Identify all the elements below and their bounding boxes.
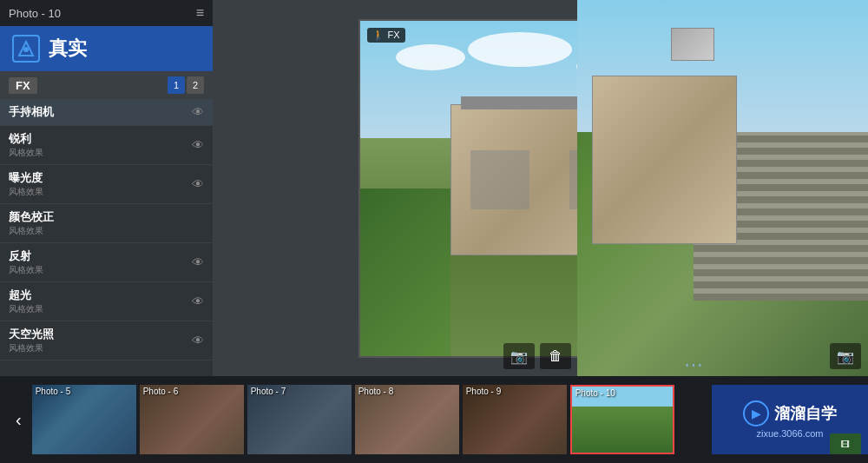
scroll-indicator: ⋯ bbox=[684, 354, 703, 376]
eye-icon-sharp[interactable]: 👁 bbox=[192, 138, 204, 152]
svg-point-1 bbox=[23, 47, 29, 52]
thumbnail-photo5[interactable]: Photo - 5 bbox=[32, 385, 136, 454]
film-icon-right[interactable]: 🎞 bbox=[830, 433, 861, 454]
fx-viewport-badge: 🚶 FX bbox=[367, 28, 405, 43]
panel-title: Photo - 10 bbox=[9, 7, 61, 20]
watermark-play-icon: ▶ bbox=[743, 400, 769, 427]
camera-icon: 📷 bbox=[510, 348, 528, 365]
effect-reflect-sub: 风格效果 bbox=[9, 264, 43, 276]
fx-label: FX bbox=[9, 77, 37, 94]
effect-sharp-name: 锐利 bbox=[9, 131, 43, 147]
thumbnail-photo8[interactable]: Photo - 8 bbox=[355, 385, 459, 454]
thumbnail-photo10[interactable]: Photo - 10 bbox=[570, 385, 674, 454]
effect-item-bloom[interactable]: 超光 风格效果 👁 bbox=[0, 282, 213, 321]
fx-tab-2[interactable]: 2 bbox=[187, 76, 204, 94]
fx-tabs: 1 2 bbox=[168, 76, 204, 94]
right-scene-inner bbox=[577, 0, 868, 376]
thumbnail-photo6[interactable]: Photo - 6 bbox=[140, 385, 244, 454]
fx-badge-text: FX bbox=[388, 30, 400, 40]
panel-header: Photo - 10 ≡ bbox=[0, 0, 213, 26]
mode-section[interactable]: 真实 bbox=[0, 26, 213, 71]
fx-header: FX 1 2 bbox=[0, 71, 213, 99]
menu-icon[interactable]: ≡ bbox=[196, 5, 204, 21]
effect-handheld-left: 手持相机 bbox=[9, 104, 54, 120]
effect-colorfix-name: 颜色校正 bbox=[9, 209, 54, 225]
eye-icon-skylight[interactable]: 👁 bbox=[192, 334, 204, 347]
effect-bloom-sub: 风格效果 bbox=[9, 303, 43, 315]
eye-icon-reflect[interactable]: 👁 bbox=[192, 255, 204, 269]
effect-exposure-left: 曝光度 风格效果 bbox=[9, 170, 43, 198]
watermark-brand: 溜溜自学 bbox=[774, 403, 837, 424]
eye-icon-handheld[interactable]: 👁 bbox=[192, 105, 204, 119]
mode-label: 真实 bbox=[49, 36, 87, 62]
camera-right-icon: 📷 bbox=[837, 348, 854, 365]
thumbnail-photo7[interactable]: Photo - 7 bbox=[247, 385, 352, 454]
effect-sharp-left: 锐利 风格效果 bbox=[9, 131, 43, 159]
thumb6-label: Photo - 6 bbox=[143, 387, 179, 396]
effect-skylight-sub: 风格效果 bbox=[9, 342, 54, 354]
thumb10-label: Photo - 10 bbox=[575, 388, 615, 398]
right-scene bbox=[577, 0, 868, 376]
fx-badge-walker: 🚶 bbox=[372, 30, 385, 41]
trash-toolbar-button[interactable]: 🗑 bbox=[540, 343, 571, 369]
camera-toolbar-button[interactable]: 📷 bbox=[503, 343, 535, 369]
effect-bloom-name: 超光 bbox=[9, 288, 43, 303]
effect-item-sharp[interactable]: 锐利 风格效果 👁 bbox=[0, 126, 213, 165]
effect-reflect-name: 反射 bbox=[9, 248, 43, 264]
effect-exposure-sub: 风格效果 bbox=[9, 186, 43, 198]
scroll-dots: ⋯ bbox=[684, 354, 703, 375]
film-icon: 🎞 bbox=[841, 440, 850, 449]
viewport-minimap bbox=[671, 28, 714, 61]
trash-icon: 🗑 bbox=[549, 348, 562, 364]
effect-exposure-name: 曝光度 bbox=[9, 170, 43, 186]
thumb5-label: Photo - 5 bbox=[36, 387, 71, 396]
fx-tab-1[interactable]: 1 bbox=[168, 76, 185, 94]
grass-left bbox=[360, 189, 450, 356]
effect-item-colorfix[interactable]: 颜色校正 风格效果 bbox=[0, 204, 213, 243]
eye-icon-bloom[interactable]: 👁 bbox=[192, 294, 204, 308]
thumbnail-photo9[interactable]: Photo - 9 bbox=[463, 385, 567, 454]
effect-colorfix-left: 颜色校正 风格效果 bbox=[9, 209, 54, 237]
effect-sharp-sub: 风格效果 bbox=[9, 147, 43, 159]
effect-item-handheld[interactable]: 手持相机 👁 bbox=[0, 99, 213, 126]
effect-skylight-left: 天空光照 风格效果 bbox=[9, 327, 54, 354]
effect-reflect-left: 反射 风格效果 bbox=[9, 248, 43, 276]
watermark-logo: ▶ 溜溜自学 bbox=[743, 400, 837, 427]
eye-icon-exposure[interactable]: 👁 bbox=[192, 177, 204, 191]
thumb8-label: Photo - 8 bbox=[358, 387, 394, 396]
thumb7-label: Photo - 7 bbox=[251, 387, 286, 396]
bottom-toolbar: 📷 🗑 bbox=[503, 343, 571, 369]
effect-item-skylight[interactable]: 天空光照 风格效果 👁 bbox=[0, 321, 213, 360]
effect-skylight-name: 天空光照 bbox=[9, 327, 54, 342]
mode-icon bbox=[12, 35, 40, 63]
watermark-url: zixue.3066.com bbox=[756, 428, 823, 439]
effect-bloom-left: 超光 风格效果 bbox=[9, 288, 43, 315]
effect-colorfix-sub: 风格效果 bbox=[9, 225, 54, 237]
camera-button-right[interactable]: 📷 bbox=[830, 343, 861, 369]
thumb9-label: Photo - 9 bbox=[466, 387, 502, 396]
effect-item-reflect[interactable]: 反射 风格效果 👁 bbox=[0, 243, 213, 282]
effect-item-exposure[interactable]: 曝光度 风格效果 👁 bbox=[0, 165, 213, 204]
prev-button[interactable]: ‹ bbox=[9, 410, 29, 430]
effect-handheld-name: 手持相机 bbox=[9, 104, 54, 120]
